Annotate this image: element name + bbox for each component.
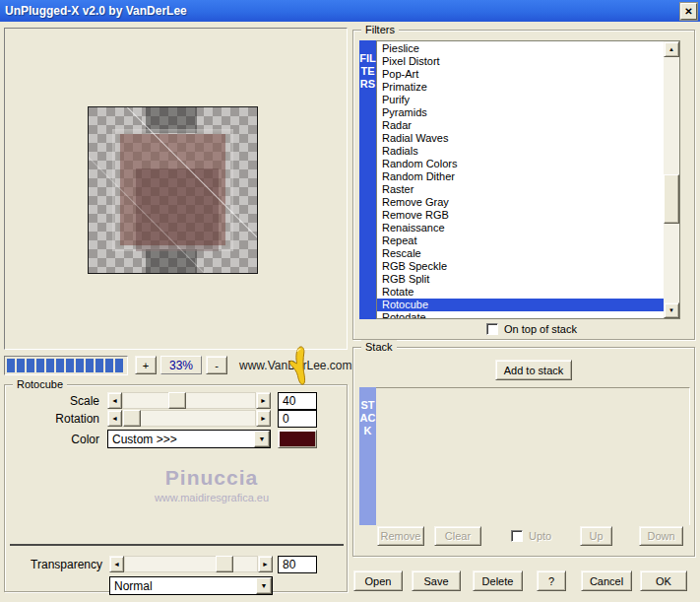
filters-group: Filters FILTERS PieslicePixel DistortPop… xyxy=(352,30,695,340)
color-label: Color xyxy=(5,433,99,446)
save-button[interactable]: Save xyxy=(412,570,461,591)
chevron-down-icon[interactable]: ▼ xyxy=(256,577,272,594)
transparency-increment-button[interactable]: ► xyxy=(258,556,273,572)
close-button[interactable]: ✕ xyxy=(680,3,697,20)
filter-list-item[interactable]: Pop-Art xyxy=(377,68,664,81)
filter-list-item[interactable]: Random Colors xyxy=(377,158,664,170)
progress-segment xyxy=(76,359,84,372)
help-button[interactable]: ? xyxy=(537,570,566,591)
scale-increment-button[interactable]: ► xyxy=(256,392,271,409)
progress-segment xyxy=(95,359,103,372)
filter-list-scrollbar[interactable]: ▲ ▼ xyxy=(664,41,679,318)
filters-group-label: Filters xyxy=(361,23,399,36)
open-button[interactable]: Open xyxy=(353,570,403,591)
color-dropdown[interactable]: Custom >>> ▼ xyxy=(107,430,271,448)
color-swatch-button[interactable] xyxy=(278,430,317,448)
filter-list-item[interactable]: Pieslice xyxy=(377,42,664,55)
filter-list-item[interactable]: Radial Waves xyxy=(377,132,664,145)
upto-checkbox[interactable] xyxy=(511,530,523,542)
arrow-left-icon: ◄ xyxy=(113,561,120,568)
filter-list-item[interactable]: Rotodate xyxy=(377,311,664,319)
scrollbar-thumb[interactable] xyxy=(664,174,679,224)
transparency-slider-track[interactable] xyxy=(124,556,258,572)
rotation-input[interactable]: 0 xyxy=(278,410,317,428)
ok-button[interactable]: OK xyxy=(640,570,687,591)
arrow-down-icon: ▼ xyxy=(668,307,674,313)
filter-list-item[interactable]: Rotocube xyxy=(377,299,664,311)
filter-list-item[interactable]: Purify xyxy=(377,94,664,106)
transparency-input[interactable]: 80 xyxy=(278,556,317,573)
filter-list-item[interactable]: Raster xyxy=(377,183,664,196)
filter-list-item[interactable]: Repeat xyxy=(377,234,664,247)
filter-list-item[interactable]: RGB Split xyxy=(377,273,664,286)
scale-input[interactable]: 40 xyxy=(278,392,317,410)
progress-segment xyxy=(56,359,64,372)
blend-mode-dropdown[interactable]: Normal ▼ xyxy=(109,576,273,595)
on-top-of-stack-checkbox[interactable] xyxy=(486,323,498,335)
filter-list-item[interactable]: Radar xyxy=(377,119,664,132)
filter-list-item[interactable]: RGB Speckle xyxy=(377,260,664,273)
window-title: UnPlugged-X v2.0 by VanDerLee xyxy=(5,4,187,18)
on-top-of-stack-label: On top of stack xyxy=(504,323,577,335)
filter-list-item[interactable]: Pixel Distort xyxy=(377,55,664,68)
watermark-url: www.maidiresgrafica.eu xyxy=(64,492,359,503)
zoom-in-button[interactable]: + xyxy=(135,356,157,374)
progress-segment xyxy=(17,359,25,372)
upto-label: Upto xyxy=(529,530,551,542)
arrow-right-icon: ► xyxy=(260,415,267,422)
filter-listbox[interactable]: PieslicePixel DistortPop-ArtPrimatizePur… xyxy=(376,40,680,319)
stack-list-area[interactable] xyxy=(376,387,690,525)
scale-slider-thumb[interactable] xyxy=(168,392,186,409)
progress-segment xyxy=(66,359,74,372)
up-button[interactable]: Up xyxy=(580,526,612,546)
stack-group-label: Stack xyxy=(361,340,397,354)
scale-decrement-button[interactable]: ◄ xyxy=(107,392,122,409)
filter-list-item[interactable]: Remove Gray xyxy=(377,196,664,209)
delete-button[interactable]: Delete xyxy=(473,570,523,591)
progress-segment xyxy=(86,359,94,372)
transparency-label: Transparency xyxy=(5,558,102,571)
preview-image xyxy=(88,106,258,274)
rotocube-group-label: Rotocube xyxy=(13,377,67,391)
preview-dark-patch xyxy=(146,249,197,274)
filter-list-item[interactable]: Radials xyxy=(377,145,664,158)
filter-list-item[interactable]: Primatize xyxy=(377,81,664,94)
clear-button[interactable]: Clear xyxy=(434,526,481,546)
plus-icon: + xyxy=(143,360,149,371)
down-button[interactable]: Down xyxy=(639,526,683,546)
filter-list-item[interactable]: Renaissance xyxy=(377,222,664,234)
progress-segment xyxy=(46,359,54,372)
scroll-up-button[interactable]: ▲ xyxy=(664,41,679,57)
cancel-button[interactable]: Cancel xyxy=(581,570,632,591)
filter-list-item[interactable]: Remove RGB xyxy=(377,209,664,222)
remove-button[interactable]: Remove xyxy=(377,526,424,546)
filter-list-item[interactable]: Random Dither xyxy=(377,170,664,183)
chevron-down-icon[interactable]: ▼ xyxy=(254,431,270,447)
add-to-stack-button[interactable]: Add to stack xyxy=(495,360,572,380)
rotation-slider-thumb[interactable] xyxy=(123,410,141,427)
rotation-increment-button[interactable]: ► xyxy=(256,410,271,427)
scale-slider-track[interactable] xyxy=(122,392,256,409)
arrow-left-icon: ◄ xyxy=(111,415,118,422)
preview-tint-inner xyxy=(136,168,219,251)
zoom-level: 33% xyxy=(160,356,202,374)
progress-segment xyxy=(36,359,44,372)
filter-list: PieslicePixel DistortPop-ArtPrimatizePur… xyxy=(377,42,664,319)
arrow-right-icon: ► xyxy=(262,561,269,568)
scroll-down-button[interactable]: ▼ xyxy=(664,302,679,318)
filter-list-item[interactable]: Rescale xyxy=(377,247,664,260)
color-dropdown-value: Custom >>> xyxy=(112,433,177,446)
filter-list-item[interactable]: Pyramids xyxy=(377,106,664,119)
rotation-slider-track[interactable] xyxy=(122,410,256,427)
hand-pointer-icon xyxy=(286,346,312,387)
zoom-out-button[interactable]: - xyxy=(206,356,227,374)
filter-list-item[interactable]: Rotate xyxy=(377,286,664,299)
rotation-decrement-button[interactable]: ◄ xyxy=(107,410,122,427)
progress-segment xyxy=(115,359,123,372)
minus-icon: - xyxy=(215,360,219,371)
transparency-decrement-button[interactable]: ◄ xyxy=(109,556,124,572)
rotation-label: Rotation xyxy=(5,412,99,426)
title-bar[interactable]: UnPlugged-X v2.0 by VanDerLee xyxy=(0,0,700,22)
transparency-slider-thumb[interactable] xyxy=(216,556,233,572)
filters-vertical-banner: FILTERS xyxy=(359,40,376,319)
